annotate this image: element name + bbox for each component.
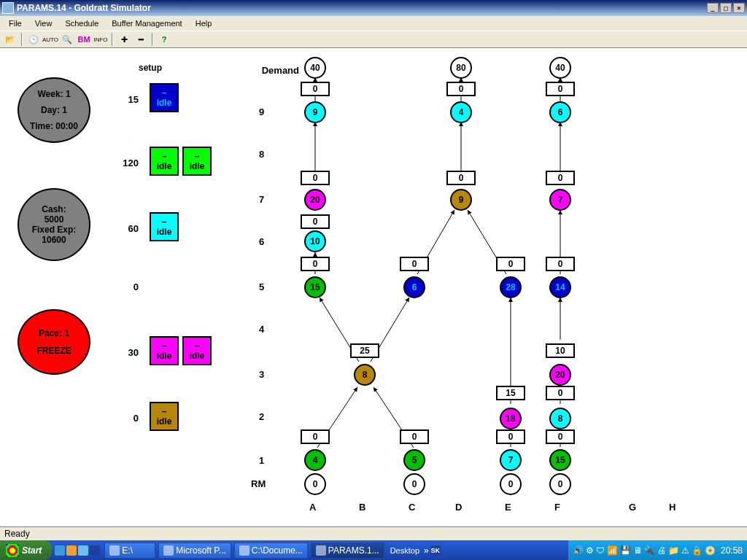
buffer-box[interactable]: 0 [301,214,330,229]
resource-box[interactable]: –idle [150,402,179,431]
buffer-box[interactable]: 0 [301,429,330,444]
taskbar-item[interactable]: C:\Docume... [234,542,308,559]
close-button[interactable]: × [733,3,745,13]
buffer-box[interactable]: 0 [496,429,525,444]
buffer-box[interactable]: 0 [546,257,575,271]
pace-status[interactable]: Pace: 1 FREEZE [18,309,90,375]
menu-buffer-management[interactable]: Buffer Management [106,18,187,29]
row-1: 1 [259,455,264,466]
process-node[interactable]: 9 [450,189,472,211]
start-button[interactable]: Start [0,540,52,560]
buffer-box[interactable]: 0 [301,257,330,271]
process-node[interactable]: 18 [500,408,522,429]
process-node[interactable]: 40 [549,57,571,79]
resource-box[interactable]: –idle [150,212,179,241]
clock-icon[interactable]: 🕒 [26,32,41,47]
taskbar-desktop-label[interactable]: Desktop [390,546,419,555]
buffer-box[interactable]: 0 [496,257,525,271]
open-icon[interactable]: 📂 [3,32,18,47]
process-node[interactable]: 7 [500,449,522,471]
tray-icon[interactable]: 🔌 [644,545,655,556]
resource-box[interactable]: –idle [182,147,212,176]
buffer-box[interactable]: 0 [301,171,330,185]
resource-box[interactable]: –idle [150,83,179,112]
tray-icon[interactable]: ⚙ [586,545,594,556]
buffer-box[interactable]: 0 [546,171,575,185]
tray-icon[interactable]: 📁 [668,545,679,556]
taskbar-chevron-icon[interactable]: » [424,545,429,556]
auto-button[interactable]: AUTO [43,32,58,47]
process-node[interactable]: 4 [450,101,472,123]
menu-help[interactable]: Help [190,18,218,29]
taskbar-item[interactable]: PARAMS.1... [311,542,384,559]
process-node[interactable]: 20 [304,189,326,211]
col-label: E [505,502,511,513]
tray-icon[interactable]: 💾 [620,545,631,556]
process-node[interactable]: 0 [500,473,522,495]
tray-icon[interactable]: 🛡 [596,545,605,556]
process-node[interactable]: 6 [403,276,425,298]
tray-icon[interactable]: 📀 [705,545,716,556]
buffer-box[interactable]: 15 [496,386,525,400]
process-node[interactable]: 8 [549,408,571,429]
tray-icon[interactable]: 📶 [607,545,618,556]
tray-icon[interactable]: ⚠ [681,545,689,556]
process-node[interactable]: 0 [304,473,326,495]
setup-time: 120 [120,158,139,168]
process-node[interactable]: 15 [549,449,571,471]
menu-file[interactable]: File [3,18,28,29]
process-node[interactable]: 15 [304,276,326,298]
ql-desktop-icon[interactable] [78,545,88,556]
process-node[interactable]: 80 [450,57,472,79]
ql-ie-icon[interactable] [55,545,65,556]
resource-box[interactable]: –idle [182,336,212,365]
taskbar-item[interactable]: E:\ [104,542,155,559]
buffer-box[interactable]: 0 [546,82,575,96]
buffer-box[interactable]: 0 [400,429,429,444]
tray-icon[interactable]: 🖥 [633,545,642,556]
process-node[interactable]: 14 [549,276,571,298]
buffer-box[interactable]: 10 [546,343,575,358]
resource-box[interactable]: –idle [150,147,179,176]
help-icon[interactable]: ? [157,32,171,47]
process-node[interactable]: 40 [304,57,326,79]
info-button[interactable]: INFO [93,32,108,47]
taskbar-item[interactable]: Microsoft P... [158,542,231,559]
menu-view[interactable]: View [29,18,58,29]
process-node[interactable]: 0 [403,473,425,495]
process-node[interactable]: 10 [304,230,326,252]
buffer-box[interactable]: 25 [350,343,379,358]
ql-outlook-icon[interactable] [66,545,77,556]
process-node[interactable]: 8 [354,364,376,386]
tray-icon[interactable]: 🔒 [692,545,703,556]
process-node[interactable]: 9 [304,101,326,123]
tray-icon[interactable]: 🔊 [573,545,584,556]
zoom-icon[interactable]: 🔍 [60,32,74,47]
process-node[interactable]: 7 [549,189,571,211]
process-node[interactable]: 6 [549,101,571,123]
buffer-box[interactable]: 0 [301,82,330,96]
ql-save-icon[interactable] [90,545,100,556]
buffer-box[interactable]: 0 [446,82,476,96]
plus-icon[interactable]: ✚ [117,32,131,47]
buffer-box[interactable]: 0 [546,386,575,400]
tray-icon[interactable]: 🖨 [657,545,666,556]
minus-icon[interactable]: ━ [133,32,148,47]
process-node[interactable]: 5 [403,449,425,471]
col-label: D [455,502,462,513]
bm-button[interactable]: BM [77,32,91,47]
menu-schedule[interactable]: Schedule [59,18,104,29]
process-node[interactable]: 4 [304,449,326,471]
maximize-button[interactable]: □ [720,3,732,13]
process-node[interactable]: 28 [500,276,522,298]
buffer-box[interactable]: 0 [546,429,575,444]
tray-clock[interactable]: 20:58 [721,545,743,556]
process-node[interactable]: 20 [549,364,571,386]
buffer-box[interactable]: 0 [446,171,476,185]
process-node[interactable]: 0 [549,473,571,495]
minimize-button[interactable]: _ [707,3,719,13]
resource-box[interactable]: –idle [150,336,179,365]
taskbar-lang-icon[interactable]: SK [430,545,441,556]
row-3: 3 [259,369,264,380]
buffer-box[interactable]: 0 [400,257,429,271]
